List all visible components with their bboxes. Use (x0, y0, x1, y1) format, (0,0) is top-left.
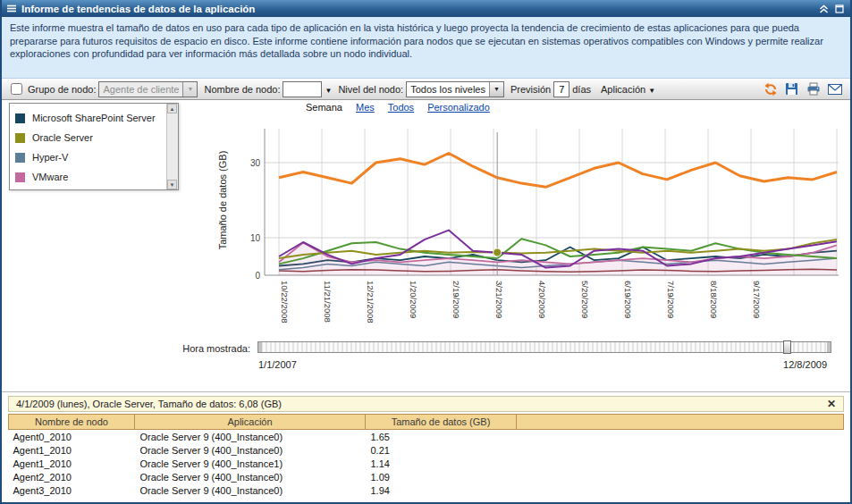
node-level-value: Todos los niveles (407, 82, 489, 97)
legend-scrollbar[interactable] (166, 104, 178, 189)
table-cell (517, 483, 844, 497)
time-slider-label: Hora mostrada: (136, 343, 250, 354)
table-cell (517, 430, 844, 444)
legend-item[interactable]: Microsoft SharePoint Server (15, 108, 164, 128)
node-name-label: Nombre de nodo: (204, 84, 280, 95)
forecast-unit-label: días (572, 84, 591, 95)
legend-item[interactable]: Hyper-V (15, 147, 164, 167)
toolbar-actions (763, 81, 845, 97)
legend-item[interactable]: Oracle Server (15, 128, 164, 147)
selected-point-marker (493, 248, 502, 256)
table-cell (517, 443, 844, 457)
legend-swatch (15, 172, 25, 182)
tooltip-summary-text: 4/1/2009 (lunes), Oracle Server, Tamaño … (16, 399, 282, 409)
x-tick-label: 12/21/2008 (366, 281, 375, 323)
tooltip-summary-bar: 4/1/2009 (lunes), Oracle Server, Tamaño … (8, 396, 844, 412)
node-group-select[interactable]: Agente de cliente (98, 81, 198, 97)
email-icon[interactable] (827, 81, 842, 97)
node-level-select[interactable]: Todos los niveles (406, 81, 504, 97)
table-row[interactable]: Agent0_2010Oracle Server 9 (400_Instance… (9, 430, 844, 444)
legend-label: Hyper-V (32, 152, 68, 163)
time-range-link[interactable]: Mes (356, 102, 375, 113)
legend-item-list: Microsoft SharePoint ServerOracle Server… (15, 108, 164, 187)
collapse-icon[interactable] (817, 3, 830, 15)
details-panel: 4/1/2009 (lunes), Oracle Server, Tamaño … (2, 391, 850, 502)
node-name-input[interactable] (283, 81, 322, 97)
table-cell: Oracle Server 9 (400_Instance0) (135, 483, 366, 497)
scroll-down-icon[interactable] (167, 180, 177, 189)
table-header-row: Nombre de nodoAplicaciónTamaño de datos … (9, 415, 844, 430)
column-header[interactable]: Nombre de nodo (9, 415, 135, 430)
chevron-down-icon (648, 84, 655, 95)
y-axis-title: Tamaño de datos (GB) (217, 124, 228, 276)
time-range-link[interactable]: Todos (388, 102, 414, 113)
table-row[interactable]: Agent2_2010Oracle Server 9 (400_Instance… (9, 470, 844, 483)
table-cell: Agent1_2010 (9, 457, 135, 470)
table-cell: Agent3_2010 (9, 483, 135, 497)
time-slider-track[interactable] (257, 341, 831, 353)
restore-window-icon[interactable] (833, 3, 846, 15)
node-data-table: Nombre de nodoAplicaciónTamaño de datos … (8, 414, 844, 497)
table-row[interactable]: Agent1_2010Oracle Server 9 (400_Instance… (9, 443, 844, 457)
series-line-unlabeled-orange (279, 154, 837, 188)
column-header[interactable]: Aplicación (135, 415, 366, 430)
forecast-input[interactable] (553, 81, 569, 97)
close-icon[interactable]: ✕ (827, 399, 836, 409)
x-tick-label: 11/21/2008 (323, 281, 333, 323)
legend-item[interactable]: VMware (15, 167, 164, 187)
node-group-value: Agente de cliente (99, 82, 182, 97)
application-dropdown-label: Aplicación (601, 84, 645, 95)
table-row[interactable]: Agent1_2010Oracle Server 9 (400_Instance… (9, 457, 844, 470)
table-cell: Agent0_2010 (9, 430, 135, 444)
node-name-dropdown-icon[interactable] (325, 84, 332, 95)
series-area-VMware (279, 243, 837, 276)
time-range-link[interactable]: Personalizado (427, 102, 490, 113)
node-group-label: Grupo de nodo: (28, 84, 96, 95)
column-header[interactable] (517, 415, 844, 430)
y-tick-label: 0 (255, 271, 260, 281)
legend-swatch (15, 153, 25, 163)
table-cell: Oracle Server 9 (400_Instance0) (135, 470, 366, 483)
report-description: Este informe muestra el tamaño de datos … (2, 17, 850, 79)
page-title: Informe de tendencias de datos de la apl… (21, 4, 255, 14)
node-level-label: Nivel del nodo: (338, 84, 403, 95)
node-group-checkbox[interactable] (11, 83, 22, 95)
legend-label: Microsoft SharePoint Server (32, 113, 156, 123)
slider-start-date: 1/1/2007 (258, 359, 297, 370)
y-tick-label: 30 (250, 158, 261, 168)
scroll-up-icon[interactable] (167, 104, 177, 113)
table-cell: Oracle Server 9 (400_Instance1) (135, 457, 366, 470)
table-cell: Oracle Server 9 (400_Instance0) (135, 443, 366, 457)
title-bar: Informe de tendencias de datos de la apl… (2, 0, 850, 17)
table-cell: Agent2_2010 (9, 470, 135, 483)
table-row[interactable]: Agent3_2010Oracle Server 9 (400_Instance… (9, 483, 844, 497)
refresh-icon[interactable] (763, 81, 778, 97)
trend-line-chart[interactable]: 3010010/22/200811/21/200812/21/20081/20/… (243, 123, 842, 334)
column-header[interactable]: Tamaño de datos (GB) (366, 415, 517, 430)
x-tick-label: 2/19/2009 (451, 281, 461, 318)
table-cell: 0.21 (366, 443, 517, 457)
legend-label: VMware (32, 172, 68, 182)
time-range-links: SemanaMesTodosPersonalizado (306, 102, 490, 113)
x-tick-label: 7/19/2009 (666, 281, 676, 318)
chart-legend: Microsoft SharePoint ServerOracle Server… (9, 103, 179, 190)
print-icon[interactable] (806, 81, 821, 97)
time-slider-handle[interactable] (783, 340, 791, 354)
legend-label: Oracle Server (32, 132, 93, 143)
chevron-down-icon (182, 82, 197, 97)
x-tick-label: 9/17/2009 (752, 281, 762, 318)
y-tick-label: 10 (250, 233, 261, 243)
x-tick-label: 8/18/2009 (709, 281, 719, 318)
save-icon[interactable] (784, 81, 799, 97)
menu-icon[interactable] (6, 4, 17, 13)
x-tick-label: 6/19/2009 (623, 281, 633, 318)
table-cell: 1.09 (366, 470, 517, 483)
table-cell: 1.65 (366, 430, 517, 444)
x-tick-label: 1/20/2009 (409, 281, 418, 318)
table-cell: 1.94 (366, 483, 517, 497)
x-tick-label: 3/21/2009 (494, 281, 504, 318)
time-range-link[interactable]: Semana (306, 102, 342, 113)
application-dropdown[interactable]: Aplicación (601, 84, 655, 95)
filter-toolbar: Grupo de nodo: Agente de cliente Nombre … (2, 79, 850, 100)
report-window: Informe de tendencias de datos de la apl… (0, 0, 852, 504)
